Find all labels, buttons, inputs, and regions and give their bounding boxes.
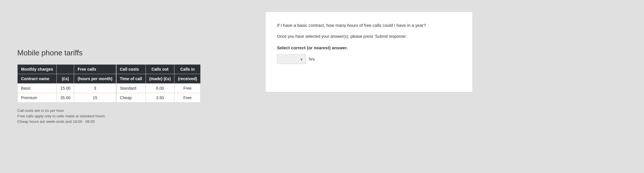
note-2: Free calls apply only to calls made at s… xyxy=(17,114,242,118)
contract-name-cell: Premium xyxy=(18,93,57,102)
calls-out-header: Calls out xyxy=(146,64,174,74)
free-calls-cell: 15 xyxy=(74,93,116,102)
made-header: (made) (£s) xyxy=(146,74,174,83)
made-cost-cell: 3.50 xyxy=(146,93,174,102)
select-label: Select correct (or nearest) answer. xyxy=(277,45,461,50)
cost-pounds-header: (£s) xyxy=(57,74,74,83)
received-header: (received) xyxy=(174,74,201,83)
table-row: Cheap 3.50 Free xyxy=(116,93,201,102)
time-cell: Cheap xyxy=(116,93,146,102)
notes-section: Call costs are in £s per hour Free calls… xyxy=(17,108,242,124)
free-calls-header: Free calls xyxy=(74,64,116,74)
made-cost-cell: 6.00 xyxy=(146,83,174,93)
contract-name-cell: Basic xyxy=(18,83,57,93)
tables-wrapper: Monthly charges Free calls Contract name… xyxy=(17,64,242,103)
table-row: Premium 35.00 15 xyxy=(18,93,116,102)
calls-in-header: Calls in xyxy=(174,64,201,74)
page-title: Mobile phone tariffs xyxy=(17,48,242,57)
free-calls-cell: 3 xyxy=(74,83,116,93)
call-costs-table: Call costs Calls out Calls in Time of ca… xyxy=(116,64,201,103)
cost-header-spacer xyxy=(57,64,74,74)
contract-name-header: Contract name xyxy=(18,74,57,83)
hrs-label: hrs xyxy=(309,57,315,61)
answer-select-wrapper[interactable]: 36 72 180 xyxy=(277,54,306,64)
right-panel: If I have a basic contract, how many hou… xyxy=(265,12,473,92)
received-cost-cell: Free xyxy=(174,93,201,102)
left-panel: Mobile phone tariffs Monthly charges Fre… xyxy=(17,48,242,125)
question-text: If I have a basic contract, how many hou… xyxy=(277,22,461,29)
cost-cell: 35.00 xyxy=(57,93,74,102)
monthly-charges-header: Monthly charges xyxy=(18,64,57,74)
received-cost-cell: Free xyxy=(174,83,201,93)
instruction-text: Once you have selected your answer(s), p… xyxy=(277,33,461,40)
page-container: Mobile phone tariffs Monthly charges Fre… xyxy=(0,0,644,173)
table-row: Basic 15.00 3 xyxy=(18,83,116,93)
table-row: Standard 6.00 Free xyxy=(116,83,201,93)
answer-row: 36 72 180 hrs xyxy=(277,54,461,64)
call-costs-header: Call costs xyxy=(116,64,146,74)
monthly-charges-table: Monthly charges Free calls Contract name… xyxy=(17,64,116,103)
time-of-call-header: Time of call xyxy=(116,74,146,83)
note-1: Call costs are in £s per hour xyxy=(17,108,242,113)
hours-per-month-header: (hours per month) xyxy=(74,74,116,83)
cost-cell: 15.00 xyxy=(57,83,74,93)
answer-select[interactable]: 36 72 180 xyxy=(277,54,306,64)
time-cell: Standard xyxy=(116,83,146,93)
note-3: Cheap hours are week-ends and 18:00 - 06… xyxy=(17,119,242,124)
